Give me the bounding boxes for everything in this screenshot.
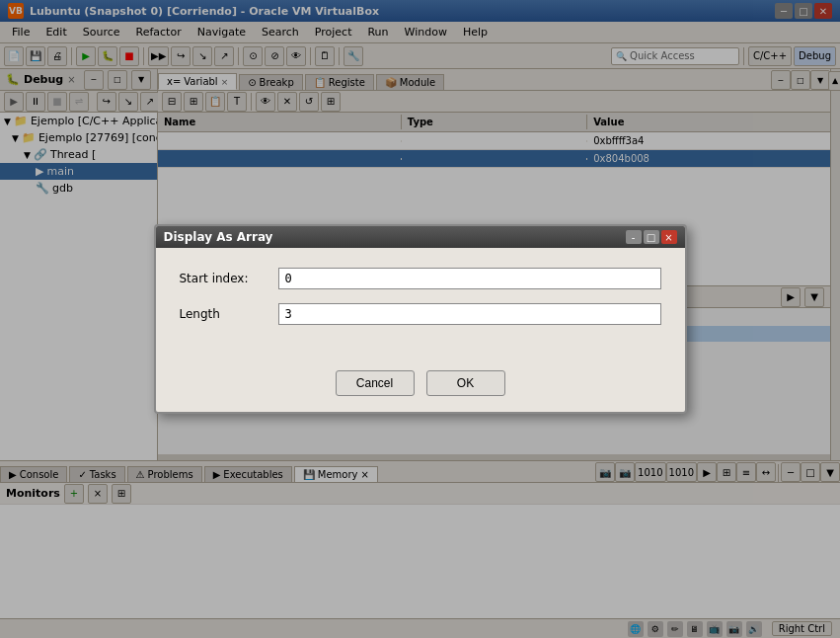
dialog-row-start-index: Start index: [180, 268, 661, 289]
dialog-row-length: Length [180, 303, 661, 325]
length-label: Length [180, 307, 278, 321]
dialog-close-btn[interactable]: × [661, 230, 677, 244]
start-index-label: Start index: [180, 272, 278, 285]
cancel-button[interactable]: Cancel [336, 370, 415, 396]
dialog-controls: - □ × [626, 230, 677, 244]
ok-button[interactable]: OK [426, 370, 505, 396]
dialog-minimize-btn[interactable]: - [626, 230, 642, 244]
length-input[interactable] [278, 303, 661, 325]
display-as-array-dialog: Display As Array - □ × Start index: Leng… [154, 224, 687, 414]
modal-overlay: Display As Array - □ × Start index: Leng… [0, 0, 840, 638]
dialog-title: Display As Array [164, 230, 273, 244]
dialog-body: Start index: Length [156, 248, 685, 359]
dialog-footer: Cancel OK [156, 359, 685, 412]
dialog-title-bar: Display As Array - □ × [156, 226, 685, 248]
start-index-input[interactable] [278, 268, 661, 289]
dialog-maximize-btn[interactable]: □ [644, 230, 659, 244]
